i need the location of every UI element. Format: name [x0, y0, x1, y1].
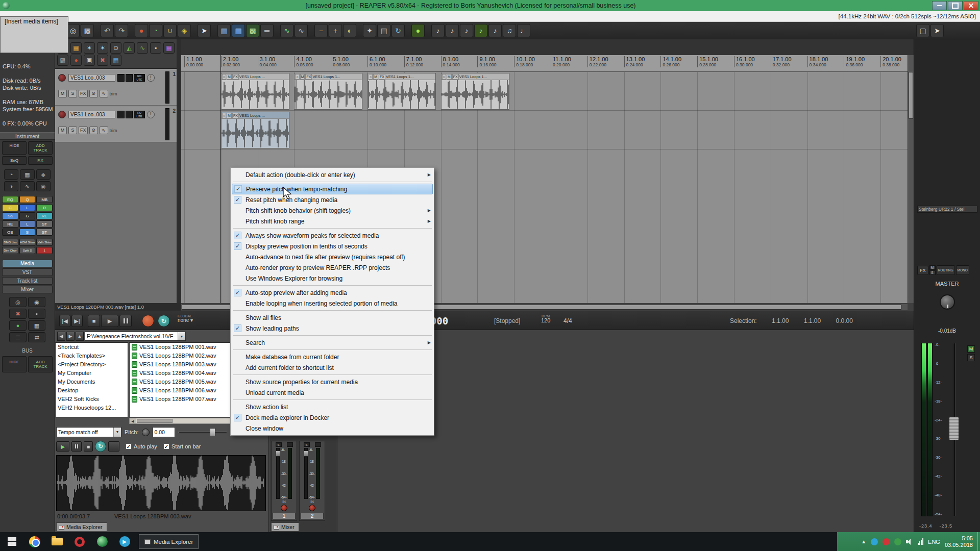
item-fx-button[interactable]: FX: [379, 74, 385, 80]
route-button[interactable]: RO UTE: [134, 74, 145, 82]
record-arm-button[interactable]: [58, 74, 66, 82]
palette-icon[interactable]: ▦: [163, 42, 175, 54]
item-loop-icon[interactable]: ○: [222, 74, 226, 80]
monitor-warning-icon[interactable]: !: [147, 111, 155, 118]
context-menu-item[interactable]: ✓ Pitch shift knob behavior (shift toggl…: [232, 205, 433, 216]
sidebar-tab[interactable]: Mixer: [2, 286, 53, 293]
context-menu-item[interactable]: ✓ ▶: [232, 309, 433, 312]
channel-fader[interactable]: [304, 448, 308, 499]
context-menu-item[interactable]: ✓ Dock media explorer in Docker ▶: [232, 412, 433, 423]
master-fx-button[interactable]: FX: [917, 266, 928, 275]
volume-slider[interactable]: [178, 428, 227, 436]
plugin-tile[interactable]: L: [19, 204, 36, 211]
taskbar-chrome-icon[interactable]: [23, 532, 46, 551]
note-quarter-icon[interactable]: ♪: [446, 24, 459, 37]
half-circle-icon[interactable]: ◑: [4, 181, 18, 191]
metronome-icon[interactable]: ◔: [149, 24, 162, 37]
pitch-value-field[interactable]: 0.00: [153, 427, 175, 437]
solo-button[interactable]: S: [304, 442, 310, 447]
media-item[interactable]: ○ M FX VES1 Loops ...: [221, 112, 289, 148]
track-name[interactable]: VES1 Loo..003: [68, 74, 115, 82]
taskbar-telegram-icon[interactable]: ▶: [113, 532, 136, 551]
sidebar-tab[interactable]: VST: [2, 268, 53, 276]
envelope-alt-icon[interactable]: ∿: [295, 24, 308, 37]
grid-small-icon[interactable]: ▦: [20, 169, 34, 180]
add-track-button[interactable]: ADD TRACK: [28, 356, 53, 372]
item-fx-button[interactable]: FX: [305, 74, 312, 80]
grid-toggle-icon[interactable]: ▦: [217, 24, 231, 37]
play-button[interactable]: ▶: [101, 315, 118, 327]
monitor-warning-icon[interactable]: !: [147, 74, 155, 82]
plugin-tile[interactable]: L: [19, 220, 36, 228]
grid2-icon[interactable]: ▦: [28, 320, 45, 331]
record-arm-button[interactable]: [58, 111, 66, 118]
plugin-tile[interactable]: Valh Shim: [36, 239, 53, 246]
maximize-button[interactable]: [948, 1, 963, 10]
preview-stop-button[interactable]: ■: [84, 441, 93, 452]
item-fx-button[interactable]: FX: [452, 74, 459, 80]
context-menu-item[interactable]: ✓ Unload current media ▶: [232, 387, 433, 398]
language-indicator[interactable]: ENG: [928, 539, 940, 545]
target-icon[interactable]: ◉: [36, 181, 51, 191]
envelope-icon[interactable]: ∿: [280, 24, 293, 37]
go-to-start-button[interactable]: |◀: [59, 315, 70, 327]
tray-opera-icon[interactable]: [883, 538, 890, 545]
trash-icon[interactable]: ✖: [97, 55, 108, 66]
search-icon[interactable]: ◎: [9, 297, 27, 307]
fx-monitor-icon[interactable]: ▢: [916, 24, 929, 37]
item-loop-icon[interactable]: ○: [369, 74, 373, 80]
plugin-tile[interactable]: R: [36, 204, 53, 211]
context-menu-item[interactable]: ✓ Default action (double-click or enter …: [232, 169, 433, 180]
master-mono-button[interactable]: MONO: [956, 265, 969, 275]
hide-button[interactable]: HIDE: [2, 141, 27, 155]
item-mute-button[interactable]: M: [373, 74, 378, 80]
item-mute-button[interactable]: M: [300, 74, 305, 80]
tray-reaper-icon[interactable]: [894, 538, 901, 545]
context-menu-item[interactable]: ✓ Make database from current folder ▶: [232, 352, 433, 362]
sidebar-tab[interactable]: Track list: [2, 277, 53, 285]
volume-icon[interactable]: [906, 539, 913, 545]
performance-cursor-icon[interactable]: ➤: [930, 24, 944, 37]
plugin-tile[interactable]: RE: [36, 212, 53, 219]
global-automation-control[interactable]: GLOBAL none ▾: [178, 314, 193, 323]
plugin-tile[interactable]: Split S: [19, 247, 36, 254]
route-button[interactable]: RO UTE: [134, 111, 145, 118]
item-fx-button[interactable]: FX: [232, 113, 239, 118]
tray-telegram-icon[interactable]: [871, 538, 878, 545]
external-sync-icon[interactable]: ↻: [391, 24, 405, 37]
context-menu-item[interactable]: ✓ Search ▶: [232, 337, 433, 348]
shortcut-item[interactable]: My Documents: [56, 378, 128, 386]
mute-all-icon[interactable]: ▪: [150, 42, 161, 54]
pitch-knob[interactable]: [142, 429, 150, 436]
start-button[interactable]: [0, 532, 23, 551]
add-track-button[interactable]: ADD TRACK: [28, 141, 53, 155]
context-menu-item[interactable]: ✓ Pitch shift knob range ▶: [232, 216, 433, 227]
item-loop-icon[interactable]: ○: [442, 74, 446, 80]
phase-invert-icon[interactable]: ⊘: [89, 90, 98, 97]
meter-mute-button[interactable]: M: [967, 345, 975, 353]
ripple-edit-icon[interactable]: ═: [260, 24, 274, 37]
phase-invert-icon[interactable]: ⊘: [89, 127, 98, 134]
context-menu-item[interactable]: ✓ Auto-render proxy to preview REAPER .R…: [232, 262, 433, 273]
clock[interactable]: 5:0503.05.2018: [945, 535, 973, 548]
plugin-tile[interactable]: Sa: [2, 212, 18, 219]
context-menu-item[interactable]: ✓ Enable looping when inserting selected…: [232, 298, 433, 309]
pause-button[interactable]: [119, 315, 132, 327]
mute-button[interactable]: M: [58, 127, 67, 134]
vertical-scrollbar[interactable]: [908, 55, 914, 303]
plugin-tile[interactable]: MB: [36, 196, 53, 203]
note-rest-icon[interactable]: ♩: [517, 24, 530, 37]
preview-repeat-button[interactable]: ↻: [95, 441, 106, 452]
plugin-tile[interactable]: RE: [2, 220, 18, 228]
sidebar-tab[interactable]: Media: [2, 260, 53, 267]
preview-mode-button[interactable]: [108, 441, 119, 452]
context-menu-item[interactable]: ✓ Show source properties for current med…: [232, 377, 433, 387]
shortcut-item[interactable]: Shortcut: [56, 343, 128, 352]
blue-grid-icon[interactable]: ▦: [110, 55, 121, 66]
media-item[interactable]: ○ M FX VES1 Loops 1...: [294, 73, 362, 110]
show-desktop-button[interactable]: [977, 532, 980, 551]
note-sixteenth-icon[interactable]: ♫: [503, 24, 516, 37]
mixer-channel-strip[interactable]: S -6--18--30--42--54- IN 2: [299, 441, 325, 521]
context-menu-item[interactable]: ✓ ▶: [232, 398, 433, 402]
auto-play-checkbox[interactable]: ✓ Auto play: [126, 443, 157, 449]
